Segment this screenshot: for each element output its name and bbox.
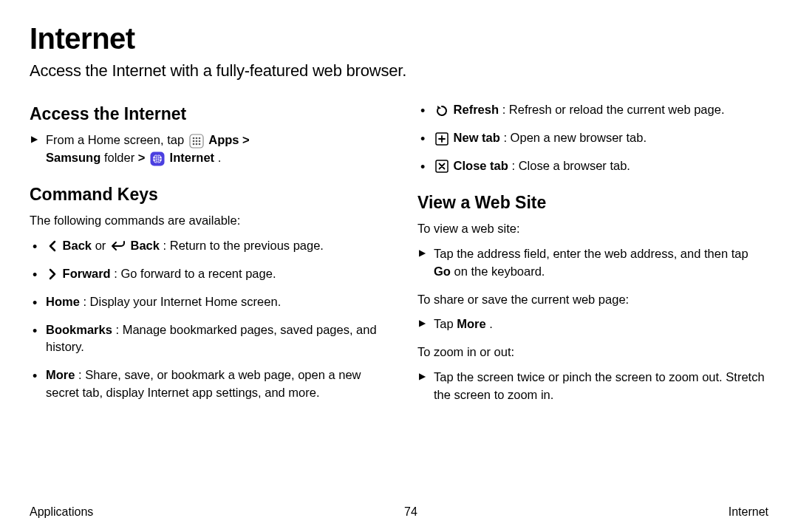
view-intro: To view a web site: [417, 220, 768, 238]
share-intro: To share or save the current web page: [417, 291, 768, 309]
command-home: Home : Display your Internet Home screen… [46, 293, 381, 311]
footer-left: Applications [30, 505, 93, 519]
more-label: More [46, 368, 75, 381]
view-step1-b: on the keyboard. [454, 265, 545, 278]
access-period: . [218, 151, 222, 164]
right-column: Refresh : Refresh or reload the current … [417, 101, 768, 415]
command-refresh: Refresh : Refresh or reload the current … [434, 101, 768, 119]
back-desc: : Return to the previous page. [163, 239, 324, 252]
svg-point-6 [198, 140, 200, 142]
apps-grid-icon [189, 134, 204, 149]
back-return-icon [111, 240, 126, 252]
command-intro: The following commands are available: [30, 212, 381, 230]
forward-label: Forward [63, 267, 111, 280]
home-desc: : Display your Internet Home screen. [83, 295, 281, 308]
refresh-desc: : Refresh or reload the current web page… [502, 103, 725, 116]
view-step-address: Tap the address field, enter the web add… [434, 245, 768, 281]
refresh-label: Refresh [454, 103, 499, 116]
page-title: Internet [30, 22, 768, 55]
newtab-label: New tab [454, 131, 500, 144]
heading-view-website: View a Web Site [417, 193, 768, 213]
command-new-tab: New tab : Open a new browser tab. [434, 129, 768, 147]
x-box-icon [435, 160, 449, 173]
samsung-label: Samsung [46, 151, 100, 164]
view-step1-a: Tap the address field, enter the web add… [434, 247, 748, 260]
plus-box-icon [435, 132, 449, 146]
zoom-step: Tap the screen twice or pinch the screen… [434, 369, 768, 404]
command-forward: Forward : Go forward to a recent page. [46, 265, 381, 283]
command-back: Back or Back : Return to the previous pa… [46, 237, 381, 255]
newtab-desc: : Open a new browser tab. [503, 131, 647, 144]
svg-point-8 [195, 143, 197, 145]
svg-point-7 [192, 143, 194, 145]
page-subtitle: Access the Internet with a fully-feature… [30, 61, 768, 81]
left-column: Access the Internet From a Home screen, … [30, 101, 381, 415]
refresh-icon [435, 104, 449, 117]
sep2: > [138, 151, 149, 164]
svg-point-2 [195, 137, 197, 139]
home-label: Home [46, 295, 80, 308]
share-step: Tap More . [434, 316, 768, 333]
back-or: or [95, 239, 109, 252]
command-more: More : Share, save, or bookmark a web pa… [46, 366, 381, 402]
svg-point-1 [192, 137, 194, 139]
internet-label: Internet [170, 151, 215, 164]
bookmarks-label: Bookmarks [46, 323, 112, 336]
forward-desc: : Go forward to a recent page. [114, 267, 276, 280]
internet-globe-icon [150, 151, 165, 166]
share-step-more: More [457, 317, 485, 330]
command-close-tab: Close tab : Close a browser tab. [434, 157, 768, 175]
back-chevron-icon [47, 240, 58, 252]
back-label-2: Back [131, 239, 160, 252]
access-step-prefix: From a Home screen, tap [46, 133, 188, 146]
more-desc: : Share, save, or bookmark a web page, o… [46, 368, 361, 399]
content-columns: Access the Internet From a Home screen, … [30, 101, 768, 415]
access-step: From a Home screen, tap Apps > Samsung f… [46, 132, 381, 167]
heading-access-internet: Access the Internet [30, 104, 381, 124]
page-footer: Applications 74 Internet [30, 505, 768, 519]
svg-point-3 [198, 137, 200, 139]
svg-point-9 [198, 143, 200, 145]
view-step1-go: Go [434, 265, 451, 278]
closetab-desc: : Close a browser tab. [511, 159, 630, 172]
svg-point-5 [195, 140, 197, 142]
closetab-label: Close tab [454, 159, 508, 172]
forward-chevron-icon [47, 268, 58, 280]
footer-right: Internet [729, 505, 768, 519]
command-bookmarks: Bookmarks : Manage bookmarked pages, sav… [46, 321, 381, 357]
heading-command-keys: Command Keys [30, 185, 381, 205]
sep1: > [242, 133, 250, 146]
footer-page-number: 74 [404, 505, 417, 519]
share-step-a: Tap [434, 317, 457, 330]
share-step-b: . [489, 317, 493, 330]
svg-point-4 [192, 140, 194, 142]
back-label-1: Back [63, 239, 92, 252]
apps-label: Apps [208, 133, 239, 146]
zoom-intro: To zoom in or out: [417, 344, 768, 361]
folder-label: folder [104, 151, 138, 164]
